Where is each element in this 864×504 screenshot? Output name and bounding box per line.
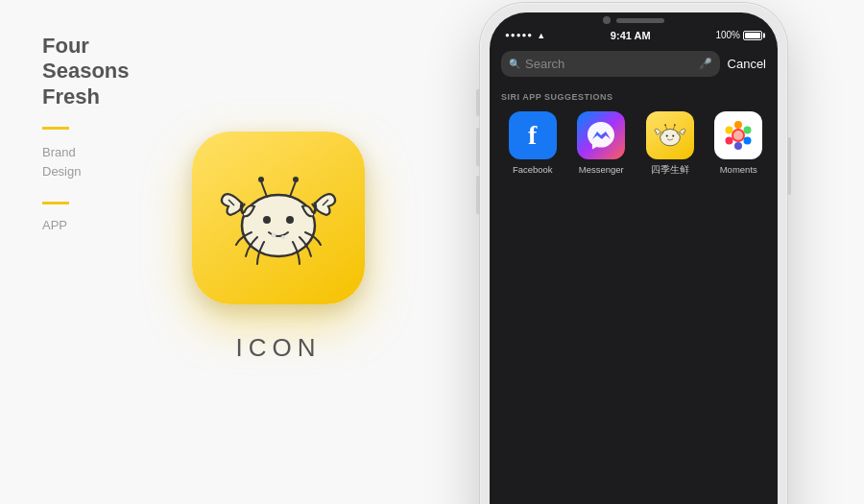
svg-point-13 [672,134,674,136]
phone-side-btn-vol-up [476,128,480,166]
siri-app-fourseasons[interactable]: 四季生鲜 [642,111,698,177]
status-time: 9:41 AM [611,30,651,41]
svg-point-10 [293,177,299,182]
facebook-icon: f [509,111,557,159]
siri-suggestions-section: SIRI APP SUGGESTIONS f Facebook [490,84,778,182]
battery-percent: 100% [715,30,740,40]
phone-speaker [616,18,664,23]
divider-bar-1 [42,127,69,130]
svg-point-12 [665,134,667,136]
svg-line-8 [290,181,296,197]
mic-icon: 🎤 [699,58,712,70]
svg-point-25 [733,131,743,140]
siri-section-label: SIRI APP SUGGESTIONS [501,92,766,102]
phone-side-btn-power [787,137,791,195]
moments-icon [714,111,762,159]
siri-apps-list: f Facebook [501,111,766,177]
phone-side-btn-vol-down [476,176,480,214]
phone-mockup: ●●●●● ▲ 9:41 AM 100% 🔍 Search 🎤 [480,3,787,505]
phone-top-bar [490,12,778,24]
svg-point-17 [674,124,676,126]
siri-app-moments[interactable]: Moments [711,111,767,177]
cancel-button[interactable]: Cancel [728,57,766,71]
signal-indicators: ●●●●● ▲ [505,31,545,40]
left-panel: Four Seasons Fresh Brand Design APP [0,0,154,504]
svg-point-20 [744,126,752,133]
crab-illustration [211,151,346,285]
svg-point-9 [258,177,264,182]
search-icon: 🔍 [509,59,520,69]
svg-point-16 [664,124,666,126]
facebook-label: Facebook [513,164,553,175]
svg-point-4 [281,235,285,239]
phone-side-btn-mute [476,89,480,116]
svg-point-24 [726,126,733,133]
wifi-icon: ▲ [537,31,545,40]
svg-point-21 [744,136,752,144]
battery-icon [743,31,762,40]
svg-point-19 [734,121,742,129]
signal-dots: ●●●●● [505,31,533,39]
phone-camera [603,16,611,24]
battery-fill [745,33,760,38]
svg-line-14 [665,125,667,129]
messenger-label: Messenger [579,164,624,175]
svg-point-3 [272,233,276,238]
svg-point-2 [286,216,294,224]
phone-screen: ●●●●● ▲ 9:41 AM 100% 🔍 Search 🎤 [490,12,778,505]
app-icon [192,132,365,304]
svg-line-7 [261,181,267,197]
brand-title: Four Seasons Fresh [42,34,154,109]
messenger-icon [577,111,625,159]
brand-design-label: Brand Design [42,143,154,180]
search-placeholder-text: Search [525,57,694,71]
center-panel: ICON [154,0,403,504]
siri-app-messenger[interactable]: Messenger [574,111,630,177]
search-bar[interactable]: 🔍 Search 🎤 [501,51,720,77]
app-label: APP [42,218,154,232]
svg-point-1 [263,216,271,224]
svg-point-22 [734,142,742,150]
fourseasons-icon [646,111,694,159]
moments-label: Moments [720,164,757,175]
divider-bar-2 [42,202,69,204]
svg-point-0 [242,195,315,256]
battery-indicator: 100% [715,30,762,40]
right-panel: ●●●●● ▲ 9:41 AM 100% 🔍 Search 🎤 [403,0,864,504]
svg-point-11 [660,129,680,145]
svg-point-23 [726,136,733,144]
search-container: 🔍 Search 🎤 Cancel [490,47,778,84]
siri-app-facebook[interactable]: f Facebook [505,111,561,177]
svg-line-15 [673,125,675,129]
icon-label: ICON [236,333,322,363]
fourseasons-label: 四季生鲜 [651,164,689,177]
